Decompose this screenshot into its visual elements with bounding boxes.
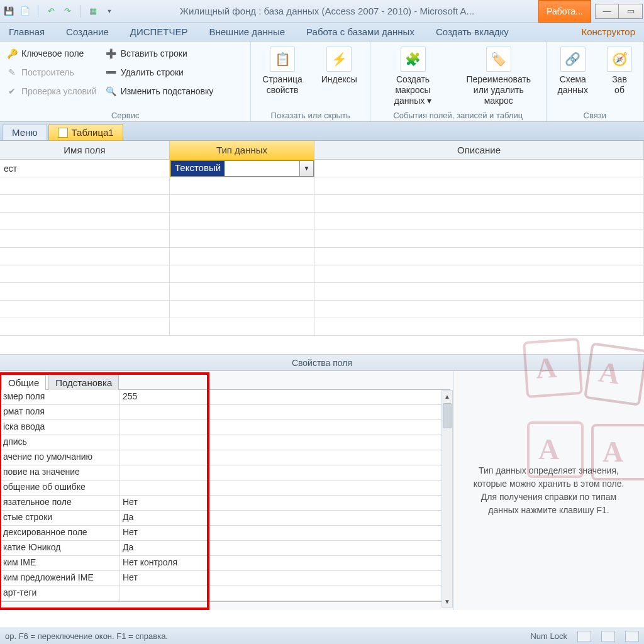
empty-row[interactable]: [0, 177, 644, 195]
property-row[interactable]: дпись: [1, 435, 450, 450]
relationships-icon: 🔗: [560, 47, 586, 72]
field-name-cell[interactable]: ест: [0, 160, 170, 177]
property-row[interactable]: общение об ошибке: [1, 480, 450, 496]
property-value[interactable]: [120, 480, 450, 495]
property-row[interactable]: арт-теги: [1, 586, 450, 601]
empty-row[interactable]: [0, 195, 644, 213]
table-icon: [58, 128, 68, 138]
property-label: повие на значение: [1, 465, 120, 480]
property-help-text: Тип данных определяет значения, которые …: [453, 371, 644, 610]
primary-key-button[interactable]: 🔑 Ключевое поле: [5, 45, 98, 62]
builder-button[interactable]: ✎ Построитель: [5, 64, 98, 80]
rename-delete-macro-button[interactable]: 🏷️ Переименоватьили удалить макрос: [457, 44, 541, 106]
property-row[interactable]: іска ввода: [1, 420, 450, 435]
chevron-down-icon[interactable]: ▼: [299, 161, 313, 176]
relationships-button[interactable]: 🔗 Схемаданных: [552, 44, 594, 96]
scroll-thumb[interactable]: [443, 403, 452, 428]
doc-tab-menu[interactable]: Меню: [3, 124, 47, 140]
description-cell[interactable]: [314, 160, 644, 177]
doc-tab-menu-label: Меню: [12, 127, 38, 138]
macro-rename-icon: 🏷️: [486, 47, 511, 72]
tab-create[interactable]: Создание: [60, 24, 115, 41]
datasheet-icon[interactable]: ▦: [87, 5, 99, 18]
scroll-up-icon[interactable]: ▲: [442, 391, 452, 402]
property-value[interactable]: Нет: [120, 526, 450, 540]
view-other-button[interactable]: [625, 631, 639, 642]
maximize-button[interactable]: ▭: [619, 4, 643, 19]
group-relationships-label: Связи: [547, 111, 643, 120]
empty-row[interactable]: [0, 301, 644, 318]
property-value[interactable]: Да: [120, 511, 450, 525]
doc-tab-table1[interactable]: Таблица1: [48, 124, 123, 140]
property-value[interactable]: [120, 405, 450, 419]
data-type-cell[interactable]: Текстовый ▼: [170, 160, 314, 177]
modify-lookup-button[interactable]: 🔍 Изменить подстановку: [104, 83, 215, 99]
tab-home[interactable]: Главная: [3, 24, 51, 41]
check-icon: ✔: [6, 86, 18, 97]
empty-row[interactable]: [0, 283, 644, 301]
field-row[interactable]: ест Текстовый ▼: [0, 160, 644, 177]
data-type-dropdown[interactable]: Текстовый ▼: [170, 160, 314, 177]
delete-rows-button[interactable]: ➖ Удалить строки: [104, 64, 215, 80]
properties-scrollbar[interactable]: ▲ ▼: [441, 390, 453, 608]
property-value[interactable]: Нет контроля: [120, 556, 450, 570]
property-sheet-button[interactable]: 📋 Страницасвойств: [256, 44, 308, 96]
property-row[interactable]: ачение по умолчанию: [1, 450, 450, 465]
table-design-grid: Имя поля Тип данных Описание ест Текстов…: [0, 141, 644, 355]
header-field-name[interactable]: Имя поля: [0, 141, 170, 159]
property-value[interactable]: [120, 435, 450, 450]
property-row[interactable]: змер поля255: [1, 390, 450, 405]
empty-row[interactable]: [0, 248, 644, 265]
property-label: ким предложений IME: [1, 571, 120, 586]
property-value[interactable]: [120, 465, 450, 480]
contextual-tab-chip[interactable]: Работа...: [538, 0, 591, 23]
header-data-type[interactable]: Тип данных: [170, 141, 314, 159]
scroll-down-icon[interactable]: ▼: [442, 596, 452, 607]
property-label: іска ввода: [1, 420, 120, 435]
tab-dispatcher[interactable]: ДИСПЕТЧЕР: [124, 24, 194, 41]
tab-lookup[interactable]: Подстановка: [48, 375, 119, 390]
minimize-button[interactable]: —: [595, 4, 619, 19]
empty-row[interactable]: [0, 265, 644, 283]
header-description[interactable]: Описание: [314, 141, 644, 159]
test-rules-button[interactable]: ✔ Проверка условий: [5, 83, 98, 99]
property-row[interactable]: ким предложений IMEНет: [1, 571, 450, 586]
property-value[interactable]: Да: [120, 541, 450, 555]
property-value[interactable]: Нет: [120, 571, 450, 586]
property-row[interactable]: дексированное полеНет: [1, 526, 450, 541]
quick-access-toolbar: 💾 📄 ↶ ↷ ▦ ▼: [0, 5, 116, 18]
group-events-label: События полей, записей и таблиц: [370, 111, 546, 120]
empty-row[interactable]: [0, 230, 644, 248]
save-icon[interactable]: 💾: [3, 5, 15, 18]
property-row[interactable]: рмат поля: [1, 405, 450, 420]
view-design-button[interactable]: [601, 631, 615, 642]
property-value[interactable]: [120, 586, 450, 601]
create-data-macros-button[interactable]: 🧩 Создать макросыданных ▾: [375, 44, 450, 106]
property-row[interactable]: повие на значение: [1, 465, 450, 480]
tab-database-tools[interactable]: Работа с базами данных: [300, 24, 421, 41]
empty-row[interactable]: [0, 318, 644, 336]
copy-icon[interactable]: 📄: [19, 5, 31, 18]
tab-design-constructor[interactable]: Конструктор: [572, 24, 644, 41]
property-row[interactable]: катие ЮникодДа: [1, 541, 450, 556]
tab-create-tab[interactable]: Создать вкладку: [430, 24, 515, 41]
property-value[interactable]: [120, 420, 450, 435]
empty-row[interactable]: [0, 213, 644, 230]
insert-rows-button[interactable]: ➕ Вставить строки: [104, 45, 215, 62]
view-datasheet-button[interactable]: [577, 631, 591, 642]
field-properties-header: Свойства поля: [0, 355, 644, 371]
undo-icon[interactable]: ↶: [45, 5, 57, 18]
property-value[interactable]: Нет: [120, 496, 450, 510]
customize-qat-icon[interactable]: ▼: [103, 5, 116, 18]
property-value[interactable]: [120, 450, 450, 465]
indexes-button[interactable]: ⚡ Индексы: [315, 44, 364, 96]
object-dependencies-button[interactable]: 🧭 Завоб: [601, 44, 638, 96]
tab-external-data[interactable]: Внешние данные: [203, 24, 291, 41]
property-row[interactable]: стые строкиДа: [1, 511, 450, 526]
redo-icon[interactable]: ↷: [61, 5, 74, 18]
property-row[interactable]: ким IMEНет контроля: [1, 556, 450, 571]
property-row[interactable]: язательное полеНет: [1, 496, 450, 511]
property-value[interactable]: 255: [120, 390, 450, 404]
tab-general[interactable]: Общие: [1, 375, 46, 390]
group-service-label: Сервис: [0, 111, 250, 120]
